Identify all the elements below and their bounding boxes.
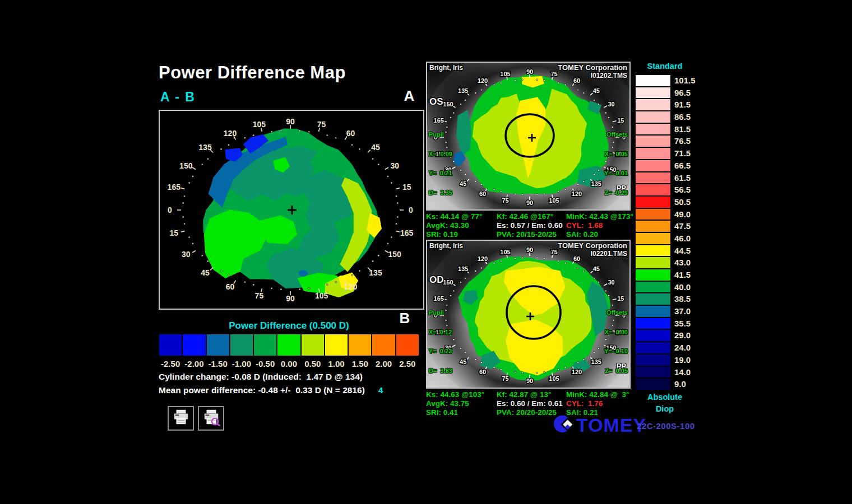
standard-scale-value: 71.5 — [674, 147, 696, 160]
corporation-label: TOMEY Corporation — [558, 63, 627, 72]
dial-dot — [593, 99, 595, 101]
topography-map-b: 0153045607590105120135150165015304560759… — [426, 240, 631, 389]
dial-dot — [500, 368, 502, 370]
dial-dot — [593, 352, 595, 353]
dial-dot — [583, 358, 585, 360]
map-a-statistics: Ks: 44.14 @ 77° Kf: 42.46 @167° MinK: 42… — [426, 212, 633, 239]
dial-dot — [359, 148, 360, 150]
dial-dot — [450, 295, 452, 296]
standard-scale-value: 49.0 — [674, 208, 696, 221]
dial-dot — [583, 270, 585, 272]
dial-dot — [493, 84, 495, 86]
dial-angle-label: 60 — [573, 255, 580, 262]
standard-scale-swatch — [635, 135, 671, 147]
dial-dot — [583, 180, 585, 182]
dial-dot — [326, 284, 328, 286]
dial-dot — [564, 367, 566, 368]
standard-scale-value: 81.5 — [674, 123, 696, 136]
standard-scale-swatch — [635, 281, 671, 293]
dial-dot — [387, 243, 389, 245]
print-button[interactable] — [168, 406, 194, 431]
dial-dot — [544, 371, 545, 373]
standard-scale-swatch — [635, 147, 671, 160]
dial-dot — [500, 82, 502, 84]
power-scale-value: -1.50 — [206, 359, 230, 368]
dial-angle-label: 75 — [502, 197, 508, 204]
dial-angle-label: 75 — [550, 71, 557, 77]
standard-scale-value: 14.0 — [674, 366, 696, 379]
dial-dot — [536, 257, 538, 259]
standard-scale-value: 47.5 — [674, 220, 696, 232]
offsets-title: Offsets — [604, 132, 628, 138]
standard-scale-swatch — [635, 123, 671, 136]
dial-dot — [188, 182, 190, 184]
dial-dot — [372, 158, 374, 160]
dial-angle-label: 135 — [458, 87, 468, 94]
stat-sri: SRI: 0.41 — [426, 408, 497, 417]
power-scale-cell — [206, 334, 230, 356]
mean-power-difference-readout: Mean power difference: -0.48 +/- 0.33 D … — [159, 385, 383, 395]
dial-dot — [397, 202, 399, 204]
dial-dot — [515, 193, 516, 195]
dial-dot — [299, 288, 300, 290]
offsets-x: X= 0.05 — [604, 151, 628, 158]
stat-sri: SRI: 0.19 — [426, 230, 497, 239]
standard-scale-swatch — [635, 196, 671, 208]
topography-map-b-canvas: 0153045607590105120135150165015304560759… — [427, 241, 629, 388]
dial-angle-label: 90 — [526, 68, 533, 75]
dial-dot — [481, 362, 483, 363]
dial-dot — [605, 112, 606, 114]
dial-angle-label: 120 — [478, 255, 488, 262]
dial-dot — [521, 79, 523, 81]
dial-dot — [460, 281, 462, 283]
standard-scale-value: 50.5 — [674, 196, 696, 208]
stat-ks: Ks: 44.63 @103° — [426, 390, 497, 399]
dial-dot — [359, 270, 360, 272]
dial-dot — [515, 371, 516, 373]
dial-angle-label: 150 — [443, 279, 453, 286]
scale-unit-label: Diop — [633, 404, 696, 413]
dial-dot — [271, 287, 272, 289]
offsets-y: Y= -0.01 — [604, 170, 628, 177]
power-scale-value: 2.50 — [396, 359, 419, 368]
topography-map-a: 0153045607590105120135150165015304560759… — [426, 62, 631, 211]
cylinder-change-readout: Cylinder change: -0.08 D (Induced: 1.47 … — [159, 372, 363, 382]
power-scale-labels: -2.50-2.00-1.50-1.00-0.500.000.501.001.5… — [159, 359, 419, 368]
dial-dot — [481, 89, 483, 91]
power-scale-value: 1.00 — [325, 359, 348, 368]
dial-dot — [372, 260, 374, 262]
dial-angle-label: 60 — [226, 282, 235, 291]
power-scale-cell — [325, 334, 348, 356]
standard-scale-value: 9.0 — [674, 378, 696, 390]
standard-scale-swatch — [635, 172, 671, 184]
dial-angle-label: 75 — [550, 249, 557, 255]
dial-angle-label: 135 — [591, 180, 601, 187]
pupil-d: D= 3.35 — [429, 190, 452, 197]
dial-dot — [387, 176, 389, 178]
standard-scale-value: 43.0 — [674, 256, 696, 269]
dial-angle-label: 90 — [286, 117, 295, 126]
dial-angle-label: 105 — [253, 120, 266, 129]
dial-angle-label: 45 — [201, 268, 210, 277]
dial-dot — [465, 352, 466, 353]
power-scale-cell — [159, 334, 182, 356]
corporation-label: TOMEY Corporation — [558, 241, 627, 250]
standard-scale-swatch — [635, 87, 671, 99]
dial-angle-label: 105 — [500, 71, 510, 77]
dial-angle-label: 45 — [593, 87, 600, 94]
dial-angle-label: 0 — [409, 206, 413, 214]
dial-dot — [515, 258, 516, 259]
dial-angle-label: 75 — [317, 120, 326, 129]
dial-dot — [391, 236, 392, 238]
dial-dot — [453, 161, 455, 162]
print-preview-button[interactable] — [198, 406, 224, 431]
pupil-readout: Pupil X= 0.12 Y= 0.23 D= 3.83 — [429, 297, 452, 387]
dial-dot — [192, 176, 194, 178]
dial-dot — [201, 255, 203, 256]
dial-dot — [453, 339, 455, 340]
standard-scale-swatch — [635, 184, 671, 196]
dial-dot — [207, 158, 209, 160]
standard-scale-value: 35.5 — [674, 318, 696, 330]
dial-dot — [593, 277, 595, 279]
dial-dot — [608, 295, 610, 296]
